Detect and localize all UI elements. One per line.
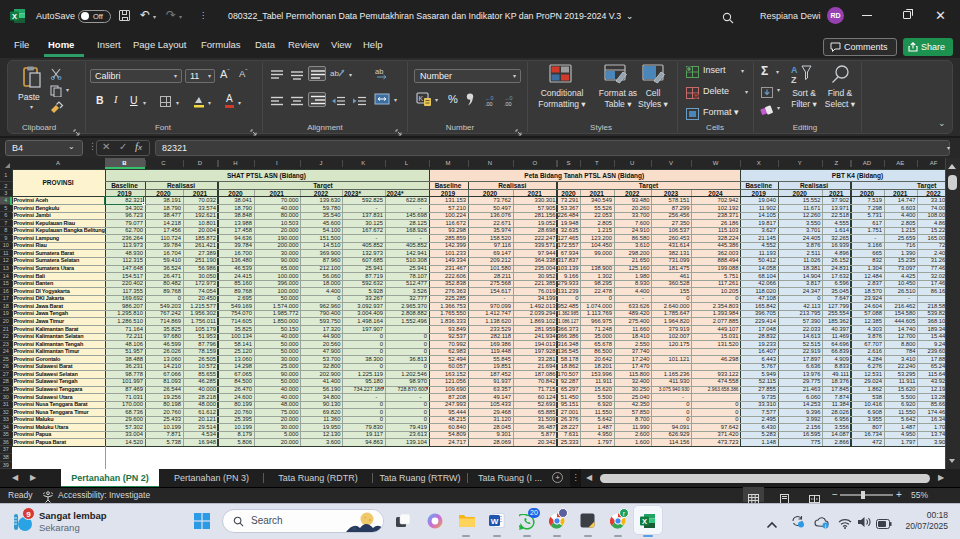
svg-text:ab: ab (375, 67, 383, 76)
svg-text:Z: Z (791, 75, 797, 84)
svg-text:K: K (419, 95, 424, 102)
svg-text:.00: .00 (485, 101, 493, 107)
svg-text:.00: .00 (504, 101, 512, 107)
svg-text:X: X (642, 517, 647, 526)
svg-text:W: W (491, 517, 499, 526)
svg-text:X: X (12, 12, 17, 21)
svg-text:A: A (791, 65, 798, 75)
svg-text:ab: ab (330, 69, 339, 78)
svg-text:i: i (825, 523, 826, 529)
